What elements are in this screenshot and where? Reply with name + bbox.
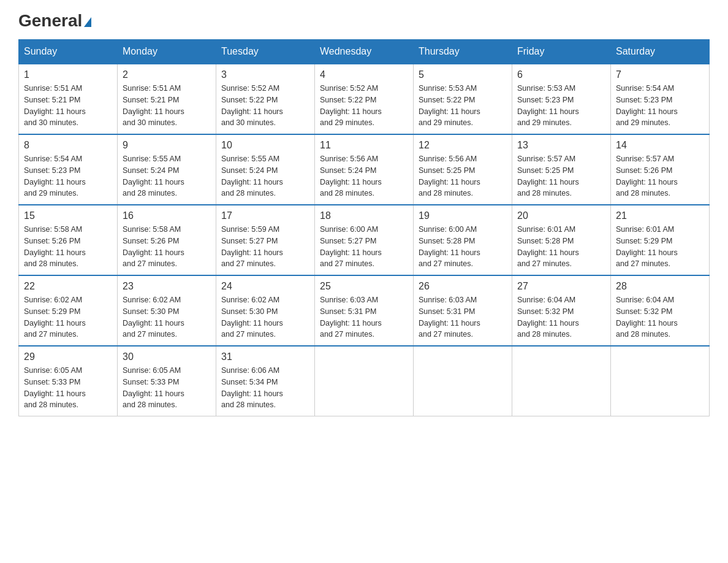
calendar-cell: 3 Sunrise: 5:52 AM Sunset: 5:22 PM Dayli… <box>216 64 315 134</box>
day-info: Sunrise: 6:04 AM Sunset: 5:32 PM Dayligh… <box>616 294 704 340</box>
calendar-cell: 4 Sunrise: 5:52 AM Sunset: 5:22 PM Dayli… <box>315 64 414 134</box>
day-info: Sunrise: 6:03 AM Sunset: 5:31 PM Dayligh… <box>419 294 507 340</box>
calendar-cell: 7 Sunrise: 5:54 AM Sunset: 5:23 PM Dayli… <box>611 64 710 134</box>
calendar-cell: 10 Sunrise: 5:55 AM Sunset: 5:24 PM Dayl… <box>216 134 315 205</box>
day-number: 7 <box>616 69 704 80</box>
calendar-cell: 18 Sunrise: 6:00 AM Sunset: 5:27 PM Dayl… <box>315 205 414 275</box>
day-number: 23 <box>123 281 211 292</box>
calendar-week-row: 15 Sunrise: 5:58 AM Sunset: 5:26 PM Dayl… <box>19 205 710 275</box>
calendar-cell: 31 Sunrise: 6:06 AM Sunset: 5:34 PM Dayl… <box>216 346 315 416</box>
day-info: Sunrise: 6:00 AM Sunset: 5:27 PM Dayligh… <box>320 224 408 270</box>
calendar-cell: 29 Sunrise: 6:05 AM Sunset: 5:33 PM Dayl… <box>19 346 118 416</box>
day-info: Sunrise: 6:01 AM Sunset: 5:28 PM Dayligh… <box>517 224 605 270</box>
weekday-header-row: SundayMondayTuesdayWednesdayThursdayFrid… <box>19 40 710 64</box>
weekday-header-saturday: Saturday <box>611 40 710 64</box>
day-number: 10 <box>221 140 309 151</box>
calendar-cell: 2 Sunrise: 5:51 AM Sunset: 5:21 PM Dayli… <box>118 64 216 134</box>
calendar-cell: 22 Sunrise: 6:02 AM Sunset: 5:29 PM Dayl… <box>19 275 118 346</box>
day-info: Sunrise: 6:02 AM Sunset: 5:30 PM Dayligh… <box>123 294 211 340</box>
calendar-cell: 17 Sunrise: 5:59 AM Sunset: 5:27 PM Dayl… <box>216 205 315 275</box>
calendar-cell: 25 Sunrise: 6:03 AM Sunset: 5:31 PM Dayl… <box>315 275 414 346</box>
day-number: 9 <box>123 140 211 151</box>
calendar-week-row: 22 Sunrise: 6:02 AM Sunset: 5:29 PM Dayl… <box>19 275 710 346</box>
calendar-cell: 19 Sunrise: 6:00 AM Sunset: 5:28 PM Dayl… <box>414 205 512 275</box>
day-number: 17 <box>221 210 309 221</box>
calendar-week-row: 29 Sunrise: 6:05 AM Sunset: 5:33 PM Dayl… <box>19 346 710 416</box>
calendar-cell: 26 Sunrise: 6:03 AM Sunset: 5:31 PM Dayl… <box>414 275 512 346</box>
calendar-cell: 15 Sunrise: 5:58 AM Sunset: 5:26 PM Dayl… <box>19 205 118 275</box>
day-info: Sunrise: 6:02 AM Sunset: 5:29 PM Dayligh… <box>24 294 112 340</box>
day-info: Sunrise: 6:03 AM Sunset: 5:31 PM Dayligh… <box>320 294 408 340</box>
day-number: 6 <box>517 69 605 80</box>
calendar-cell: 8 Sunrise: 5:54 AM Sunset: 5:23 PM Dayli… <box>19 134 118 205</box>
calendar-cell: 9 Sunrise: 5:55 AM Sunset: 5:24 PM Dayli… <box>118 134 216 205</box>
day-info: Sunrise: 5:53 AM Sunset: 5:22 PM Dayligh… <box>419 83 507 129</box>
calendar-cell: 1 Sunrise: 5:51 AM Sunset: 5:21 PM Dayli… <box>19 64 118 134</box>
calendar-cell <box>611 346 710 416</box>
calendar-cell: 24 Sunrise: 6:02 AM Sunset: 5:30 PM Dayl… <box>216 275 315 346</box>
day-number: 5 <box>419 69 507 80</box>
day-info: Sunrise: 5:58 AM Sunset: 5:26 PM Dayligh… <box>24 224 112 270</box>
day-number: 19 <box>419 210 507 221</box>
weekday-header-thursday: Thursday <box>414 40 512 64</box>
calendar-table: SundayMondayTuesdayWednesdayThursdayFrid… <box>18 39 710 416</box>
day-number: 29 <box>24 351 112 362</box>
day-info: Sunrise: 5:51 AM Sunset: 5:21 PM Dayligh… <box>24 83 112 129</box>
day-number: 31 <box>221 351 309 362</box>
day-number: 28 <box>616 281 704 292</box>
weekday-header-friday: Friday <box>512 40 611 64</box>
calendar-cell <box>512 346 611 416</box>
weekday-header-wednesday: Wednesday <box>315 40 414 64</box>
day-info: Sunrise: 5:58 AM Sunset: 5:26 PM Dayligh… <box>123 224 211 270</box>
day-number: 24 <box>221 281 309 292</box>
day-number: 25 <box>320 281 408 292</box>
calendar-cell: 6 Sunrise: 5:53 AM Sunset: 5:23 PM Dayli… <box>512 64 611 134</box>
day-number: 26 <box>419 281 507 292</box>
day-info: Sunrise: 5:52 AM Sunset: 5:22 PM Dayligh… <box>320 83 408 129</box>
day-info: Sunrise: 6:02 AM Sunset: 5:30 PM Dayligh… <box>221 294 309 340</box>
day-number: 30 <box>123 351 211 362</box>
day-info: Sunrise: 5:51 AM Sunset: 5:21 PM Dayligh… <box>123 83 211 129</box>
day-info: Sunrise: 6:00 AM Sunset: 5:28 PM Dayligh… <box>419 224 507 270</box>
calendar-cell: 11 Sunrise: 5:56 AM Sunset: 5:24 PM Dayl… <box>315 134 414 205</box>
day-number: 15 <box>24 210 112 221</box>
day-info: Sunrise: 5:54 AM Sunset: 5:23 PM Dayligh… <box>24 153 112 199</box>
day-info: Sunrise: 6:06 AM Sunset: 5:34 PM Dayligh… <box>221 365 309 411</box>
day-number: 22 <box>24 281 112 292</box>
day-info: Sunrise: 5:52 AM Sunset: 5:22 PM Dayligh… <box>221 83 309 129</box>
day-info: Sunrise: 5:53 AM Sunset: 5:23 PM Dayligh… <box>517 83 605 129</box>
logo-general: General <box>18 12 91 29</box>
day-number: 4 <box>320 69 408 80</box>
calendar-cell: 30 Sunrise: 6:05 AM Sunset: 5:33 PM Dayl… <box>118 346 216 416</box>
calendar-cell <box>315 346 414 416</box>
calendar-cell: 13 Sunrise: 5:57 AM Sunset: 5:25 PM Dayl… <box>512 134 611 205</box>
calendar-cell: 5 Sunrise: 5:53 AM Sunset: 5:22 PM Dayli… <box>414 64 512 134</box>
page-header: General <box>18 12 710 27</box>
day-info: Sunrise: 5:57 AM Sunset: 5:25 PM Dayligh… <box>517 153 605 199</box>
day-number: 14 <box>616 140 704 151</box>
calendar-cell: 23 Sunrise: 6:02 AM Sunset: 5:30 PM Dayl… <box>118 275 216 346</box>
calendar-cell: 28 Sunrise: 6:04 AM Sunset: 5:32 PM Dayl… <box>611 275 710 346</box>
calendar-cell <box>414 346 512 416</box>
day-info: Sunrise: 5:59 AM Sunset: 5:27 PM Dayligh… <box>221 224 309 270</box>
calendar-cell: 16 Sunrise: 5:58 AM Sunset: 5:26 PM Dayl… <box>118 205 216 275</box>
day-info: Sunrise: 5:54 AM Sunset: 5:23 PM Dayligh… <box>616 83 704 129</box>
calendar-week-row: 1 Sunrise: 5:51 AM Sunset: 5:21 PM Dayli… <box>19 64 710 134</box>
calendar-week-row: 8 Sunrise: 5:54 AM Sunset: 5:23 PM Dayli… <box>19 134 710 205</box>
day-info: Sunrise: 5:56 AM Sunset: 5:25 PM Dayligh… <box>419 153 507 199</box>
day-number: 18 <box>320 210 408 221</box>
day-number: 11 <box>320 140 408 151</box>
day-number: 1 <box>24 69 112 80</box>
weekday-header-sunday: Sunday <box>19 40 118 64</box>
weekday-header-monday: Monday <box>118 40 216 64</box>
day-info: Sunrise: 5:55 AM Sunset: 5:24 PM Dayligh… <box>123 153 211 199</box>
day-info: Sunrise: 5:55 AM Sunset: 5:24 PM Dayligh… <box>221 153 309 199</box>
calendar-cell: 14 Sunrise: 5:57 AM Sunset: 5:26 PM Dayl… <box>611 134 710 205</box>
calendar-cell: 20 Sunrise: 6:01 AM Sunset: 5:28 PM Dayl… <box>512 205 611 275</box>
day-number: 3 <box>221 69 309 80</box>
calendar-cell: 12 Sunrise: 5:56 AM Sunset: 5:25 PM Dayl… <box>414 134 512 205</box>
day-number: 13 <box>517 140 605 151</box>
day-number: 20 <box>517 210 605 221</box>
logo: General <box>18 12 91 27</box>
calendar-cell: 21 Sunrise: 6:01 AM Sunset: 5:29 PM Dayl… <box>611 205 710 275</box>
